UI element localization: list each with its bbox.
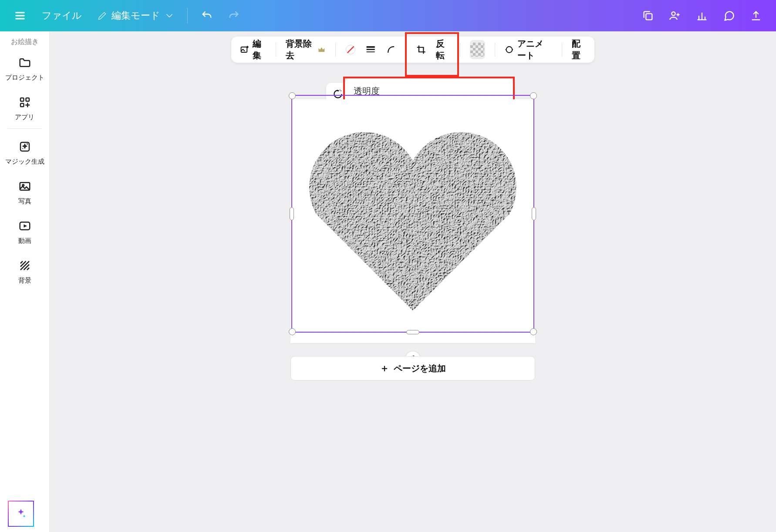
photo-icon	[18, 180, 31, 193]
sidebar-item-label: 背景	[18, 276, 31, 285]
comment-button[interactable]	[719, 6, 739, 25]
bg-remove-button[interactable]: 背景除去	[286, 38, 326, 61]
chevron-down-icon	[164, 10, 175, 21]
svg-rect-4	[20, 104, 24, 107]
plus-icon: ＋	[380, 362, 389, 375]
bg-remove-label: 背景除去	[286, 38, 314, 61]
animate-label: アニメート	[517, 38, 552, 61]
divider	[187, 8, 188, 24]
users-plus-icon	[669, 10, 681, 22]
add-page-button[interactable]: ＋ ページを追加	[290, 356, 535, 380]
canvas-stage: 編集 背景除去 反転 アニメート 配置	[50, 31, 776, 532]
sparkle-icon	[14, 507, 27, 520]
resize-handle[interactable]	[289, 92, 296, 99]
export-button[interactable]	[746, 6, 766, 25]
undo-icon	[201, 10, 213, 22]
color-none-icon[interactable]	[345, 43, 356, 56]
comment-icon	[723, 10, 735, 22]
resize-handle[interactable]	[290, 207, 294, 220]
image-edit-icon	[240, 44, 249, 55]
crown-icon	[317, 44, 326, 55]
menu-icon	[14, 10, 26, 22]
sidebar-item-label: 写真	[18, 197, 31, 205]
pencil-icon	[97, 10, 108, 21]
svg-rect-9	[241, 47, 247, 52]
upload-icon	[750, 10, 762, 22]
position-label: 配置	[572, 38, 586, 61]
divider	[7, 128, 42, 129]
position-button[interactable]: 配置	[572, 38, 586, 61]
copy-button[interactable]	[638, 6, 658, 25]
texture-icon	[18, 259, 31, 272]
add-page-label: ページを追加	[394, 363, 446, 374]
svg-point-15	[506, 47, 512, 53]
app-header: ファイル 編集モード	[0, 0, 776, 31]
resize-handle[interactable]	[530, 328, 537, 335]
sidebar-item-background[interactable]: 背景	[0, 250, 49, 289]
context-toolbar: 編集 背景除去 反転 アニメート 配置	[231, 37, 594, 63]
sidebar-item-magic[interactable]: マジック生成	[0, 131, 49, 170]
resize-handle[interactable]	[532, 207, 536, 220]
resize-handle[interactable]	[530, 92, 537, 99]
magic-fab[interactable]	[8, 501, 34, 527]
sidebar-section-draw: お絵描き	[11, 37, 39, 47]
selection-box[interactable]	[291, 95, 534, 333]
animate-icon	[505, 44, 514, 55]
edit-label: 編集	[253, 38, 267, 61]
divider	[495, 43, 495, 57]
svg-rect-12	[367, 46, 375, 47]
file-menu[interactable]: ファイル	[35, 9, 89, 22]
video-icon	[18, 219, 31, 232]
edit-mode-menu[interactable]: 編集モード	[91, 3, 180, 28]
svg-point-1	[671, 12, 675, 15]
sidebar: お絵描き プロジェクト アプリ マジック生成 写真 動画 背景	[0, 31, 50, 532]
svg-rect-2	[20, 98, 24, 101]
svg-rect-3	[26, 98, 29, 101]
sidebar-item-label: アプリ	[15, 113, 34, 121]
flip-label: 反転	[436, 38, 450, 61]
redo-button[interactable]	[224, 6, 243, 25]
analytics-button[interactable]	[692, 6, 712, 25]
undo-button[interactable]	[197, 6, 216, 25]
sidebar-item-photos[interactable]: 写真	[0, 171, 49, 210]
sidebar-item-label: マジック生成	[5, 158, 44, 166]
divider	[335, 43, 336, 57]
apps-icon	[18, 96, 31, 109]
svg-rect-0	[646, 13, 652, 20]
edit-image-button[interactable]: 編集	[240, 38, 266, 61]
redo-icon	[228, 10, 240, 22]
sidebar-item-projects[interactable]: プロジェクト	[0, 47, 49, 86]
magic-icon	[18, 140, 31, 153]
copy-icon	[642, 10, 654, 22]
border-weight-icon[interactable]	[365, 43, 376, 56]
flip-button[interactable]: 反転	[436, 38, 450, 61]
crop-icon[interactable]	[416, 43, 426, 56]
menu-button[interactable]	[8, 3, 32, 28]
bar-chart-icon	[696, 10, 708, 22]
svg-rect-13	[367, 49, 375, 50]
corner-icon[interactable]	[386, 43, 396, 56]
resize-handle[interactable]	[289, 328, 296, 335]
share-users-button[interactable]	[665, 6, 685, 25]
canvas-page[interactable]	[290, 99, 535, 343]
folder-icon	[18, 56, 31, 69]
sidebar-item-video[interactable]: 動画	[0, 211, 49, 249]
divider	[562, 43, 562, 57]
resize-handle[interactable]	[406, 330, 419, 334]
animate-button[interactable]: アニメート	[505, 38, 552, 61]
svg-rect-14	[367, 51, 375, 52]
transparency-button[interactable]	[470, 40, 486, 59]
sidebar-item-apps[interactable]: アプリ	[0, 87, 49, 126]
sidebar-item-label: 動画	[18, 237, 31, 245]
divider	[406, 43, 406, 57]
checker-icon	[470, 43, 484, 57]
edit-mode-label: 編集モード	[111, 9, 160, 22]
sidebar-item-label: プロジェクト	[5, 74, 44, 82]
divider	[276, 43, 276, 57]
divider	[460, 43, 460, 57]
